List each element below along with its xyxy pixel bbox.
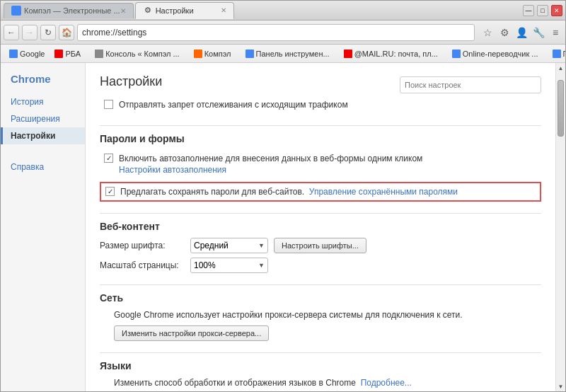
save-passwords-checkbox[interactable]: ✓ bbox=[105, 187, 115, 196]
bookmark-konsol[interactable]: Консоль « Компэл ... bbox=[91, 48, 184, 59]
tab-settings[interactable]: ⚙ Настройки ✕ bbox=[135, 2, 234, 19]
bookmark-online-trans-icon bbox=[452, 50, 461, 58]
tab-favicon-settings: ⚙ bbox=[143, 6, 153, 16]
autofill-checkbox[interactable]: ✓ bbox=[104, 154, 113, 163]
save-passwords-label: Предлагать сохранять пароли для веб-сайт… bbox=[120, 187, 458, 197]
close-button[interactable]: ✕ bbox=[551, 5, 562, 16]
bookmark-google-trans[interactable]: Переводчик Google bbox=[548, 48, 566, 59]
sidebar: Chrome История Расширения Настройки Спра… bbox=[1, 63, 86, 391]
user-icon[interactable]: 👤 bbox=[514, 25, 529, 40]
languages-more-link[interactable]: Подробнее... bbox=[361, 378, 412, 388]
divider1 bbox=[100, 125, 541, 126]
section-network: Сеть Google Chrome использует настройки … bbox=[100, 292, 541, 341]
web-content-title: Веб-контент bbox=[100, 221, 541, 232]
main-content: Настройки Отправлять запрет отслеживания… bbox=[86, 63, 555, 391]
save-passwords-setting-row: ✓ Предлагать сохранять пароли для веб-са… bbox=[100, 182, 541, 202]
minimize-button[interactable]: — bbox=[523, 5, 534, 16]
bookmark-google[interactable]: Google bbox=[5, 48, 49, 59]
tab-kompel[interactable]: Компэл — Электронные ... ✕ bbox=[4, 3, 134, 18]
page-zoom-label: Масштаб страницы: bbox=[100, 260, 185, 270]
tab-kompel-close[interactable]: ✕ bbox=[120, 7, 126, 15]
sidebar-brand: Chrome bbox=[1, 70, 85, 93]
sidebar-item-history-label: История bbox=[11, 97, 44, 107]
save-passwords-setting-text: Предлагать сохранять пароли для веб-сайт… bbox=[120, 186, 458, 198]
track-label: Отправлять запрет отслеживания с исходящ… bbox=[119, 99, 348, 111]
proxy-settings-button[interactable]: Изменить настройки прокси-сервера... bbox=[114, 325, 269, 341]
network-title: Сеть bbox=[100, 292, 541, 304]
network-description: Google Chrome использует настройки прокс… bbox=[100, 309, 541, 321]
sidebar-item-settings-label: Настройки bbox=[11, 131, 55, 141]
maximize-button[interactable]: □ bbox=[537, 5, 548, 16]
bookmark-rba[interactable]: РБА bbox=[50, 48, 85, 59]
sidebar-item-settings[interactable]: Настройки bbox=[1, 127, 85, 144]
languages-description-text: Изменить способ обработки и отображения … bbox=[114, 378, 356, 388]
bookmark-google-trans-label: Переводчик Google bbox=[563, 50, 566, 58]
font-size-value: Средний bbox=[194, 241, 229, 250]
scrollbar-up-arrow[interactable]: ▲ bbox=[556, 63, 565, 73]
divider3 bbox=[100, 284, 541, 285]
bookmark-konsol-icon bbox=[95, 50, 103, 58]
bookmark-google-trans-icon bbox=[553, 50, 561, 58]
scrollbar-thumb[interactable] bbox=[558, 80, 564, 137]
back-button[interactable]: ← bbox=[4, 25, 19, 40]
page-zoom-value: 100% bbox=[194, 260, 216, 270]
bookmark-panel-icon bbox=[246, 50, 254, 58]
bookmark-kompel-icon bbox=[194, 50, 202, 58]
track-setting-row: Отправлять запрет отслеживания с исходящ… bbox=[100, 96, 541, 114]
settings-gear-icon[interactable]: ⚙ bbox=[497, 25, 512, 40]
languages-description: Изменить способ обработки и отображения … bbox=[100, 377, 541, 389]
section-privacy: Отправлять запрет отслеживания с исходящ… bbox=[100, 96, 541, 114]
network-btn-container: Изменить настройки прокси-сервера... bbox=[100, 325, 541, 341]
sidebar-item-help-label: Справка bbox=[11, 162, 44, 172]
page-header: Настройки bbox=[100, 74, 541, 96]
bookmark-rba-icon bbox=[54, 50, 63, 58]
bookmark-google-label: Google bbox=[20, 50, 45, 58]
bookmark-konsol-label: Консоль « Компэл ... bbox=[105, 50, 180, 58]
content-area: Chrome История Расширения Настройки Спра… bbox=[1, 63, 565, 391]
configure-fonts-button[interactable]: Настроить шрифты... bbox=[274, 238, 366, 253]
autofill-setting-row: ✓ Включить автозаполнение для внесения д… bbox=[100, 150, 541, 178]
bookmark-online-trans[interactable]: Online-переводчик ... bbox=[448, 48, 543, 59]
scrollbar-down-arrow[interactable]: ▼ bbox=[556, 381, 565, 391]
autofill-link[interactable]: Настройки автозаполнения bbox=[119, 165, 226, 175]
address-text: chrome://settings bbox=[82, 28, 146, 38]
search-input[interactable] bbox=[400, 76, 541, 93]
home-button[interactable]: 🏠 bbox=[59, 25, 74, 40]
passwords-forms-title: Пароли и формы bbox=[100, 133, 541, 144]
forward-button[interactable]: → bbox=[22, 25, 37, 40]
bookmark-kompel[interactable]: Компэл bbox=[190, 48, 236, 59]
page-zoom-select[interactable]: 100% ▼ bbox=[190, 258, 268, 273]
page-zoom-arrow: ▼ bbox=[258, 262, 265, 269]
font-size-select[interactable]: Средний ▼ bbox=[190, 238, 268, 253]
sidebar-item-help[interactable]: Справка bbox=[1, 158, 85, 175]
autofill-setting-text: Включить автозаполнение для внесения дан… bbox=[119, 153, 422, 175]
extension1-icon[interactable]: 🔧 bbox=[531, 25, 545, 40]
section-languages: Языки Изменить способ обработки и отобра… bbox=[100, 360, 541, 391]
browser-frame: Компэл — Электронные ... ✕ ⚙ Настройки ✕… bbox=[0, 0, 566, 392]
languages-title: Языки bbox=[100, 360, 541, 371]
bookmarks-bar: Google РБА Консоль « Компэл ... Компэл П… bbox=[1, 45, 565, 63]
page-zoom-control: Масштаб страницы: 100% ▼ bbox=[100, 258, 541, 273]
bookmark-panel[interactable]: Панель инструмен... bbox=[241, 48, 334, 59]
divider2 bbox=[100, 213, 541, 214]
title-bar: Компэл — Электронные ... ✕ ⚙ Настройки ✕… bbox=[1, 1, 565, 21]
manage-passwords-link[interactable]: Управление сохранёнными паролями bbox=[309, 187, 458, 197]
bookmark-mail[interactable]: @MAIL.RU: почта, пл... bbox=[340, 48, 442, 59]
address-bar[interactable]: chrome://settings bbox=[77, 24, 475, 41]
reload-button[interactable]: ↻ bbox=[40, 25, 56, 40]
section-passwords-forms: Пароли и формы ✓ Включить автозаполнение… bbox=[100, 133, 541, 202]
track-checkbox[interactable] bbox=[104, 100, 113, 109]
bookmark-kompel-label: Компэл bbox=[204, 50, 231, 58]
font-size-label: Размер шрифта: bbox=[100, 241, 185, 250]
section-web-content: Веб-контент Размер шрифта: Средний ▼ Нас… bbox=[100, 221, 541, 273]
bookmark-star-icon[interactable]: ☆ bbox=[480, 25, 495, 40]
menu-icon[interactable]: ≡ bbox=[548, 25, 562, 40]
tab-settings-close[interactable]: ✕ bbox=[221, 6, 226, 14]
divider4 bbox=[100, 352, 541, 353]
window-controls: — □ ✕ bbox=[523, 5, 562, 16]
sidebar-item-extensions[interactable]: Расширения bbox=[1, 110, 85, 127]
scrollbar[interactable]: ▲ ▼ bbox=[555, 63, 565, 391]
font-size-control: Размер шрифта: Средний ▼ Настроить шрифт… bbox=[100, 238, 541, 253]
sidebar-item-history[interactable]: История bbox=[1, 93, 85, 110]
scrollbar-track[interactable] bbox=[556, 73, 565, 381]
